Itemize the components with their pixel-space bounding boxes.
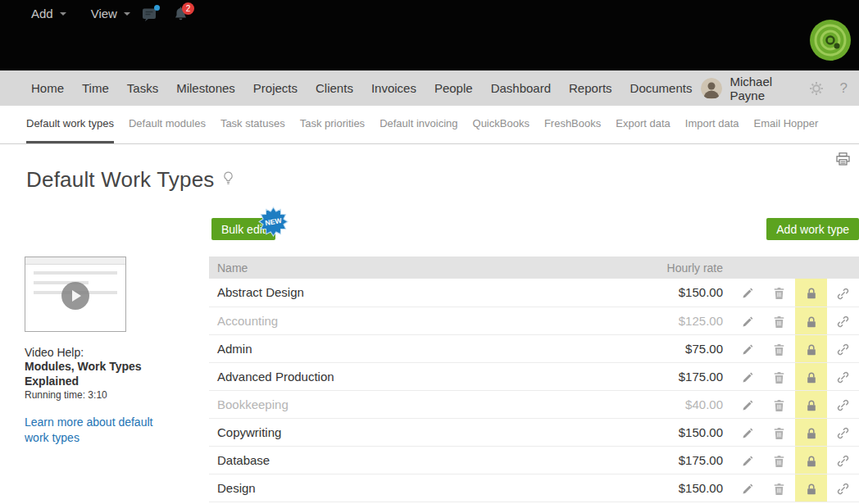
link-cell (827, 334, 859, 362)
print-icon[interactable] (836, 152, 850, 169)
help-icon[interactable]: ? (840, 80, 848, 97)
hourly-rate: $150.00 (632, 279, 731, 306)
trash-icon[interactable] (774, 288, 784, 299)
nav-item-tasks[interactable]: Tasks (118, 81, 167, 95)
tab-export-data[interactable]: Export data (616, 106, 670, 143)
tab-default-invoicing[interactable]: Default invoicing (380, 106, 457, 143)
hourly-rate: $175.00 (632, 362, 731, 390)
edit-pencil-icon[interactable] (742, 372, 753, 384)
nav-item-people[interactable]: People (425, 81, 482, 95)
tab-task-priorities[interactable]: Task priorities (300, 106, 365, 143)
delete-cell (763, 334, 795, 362)
nav-item-invoices[interactable]: Invoices (362, 81, 425, 95)
lightbulb-icon[interactable] (223, 171, 234, 189)
delete-cell (763, 390, 795, 418)
edit-pencil-icon[interactable] (742, 428, 753, 439)
nav-item-projects[interactable]: Projects (244, 81, 307, 95)
edit-pencil-icon[interactable] (742, 316, 753, 328)
link-cell (827, 306, 859, 334)
tab-task-statuses[interactable]: Task statuses (220, 106, 285, 143)
column-header-name[interactable]: Name (209, 257, 632, 279)
unread-dot (154, 5, 160, 11)
tab-freshbooks[interactable]: FreshBooks (544, 106, 601, 143)
nav-item-milestones[interactable]: Milestones (167, 81, 244, 95)
lock-icon[interactable] (807, 344, 816, 356)
tab-default-work-types[interactable]: Default work types (26, 106, 114, 143)
link-chain-icon[interactable] (837, 483, 849, 495)
notifications-bell-icon[interactable]: 2 (173, 7, 189, 26)
link-chain-icon[interactable] (837, 399, 849, 411)
edit-cell (731, 418, 763, 446)
hourly-rate: $150.00 (632, 474, 731, 502)
table-row: Copywriting $150.00 (209, 418, 859, 446)
delete-cell (763, 306, 795, 334)
nav-item-clients[interactable]: Clients (307, 81, 362, 95)
user-name[interactable]: Michael Payne (729, 75, 790, 102)
lock-icon[interactable] (807, 456, 816, 467)
column-header-hourly-rate[interactable]: Hourly rate (632, 257, 731, 279)
lock-cell (795, 418, 827, 446)
view-menu[interactable]: View (91, 7, 130, 20)
learn-more-link[interactable]: Learn more about default work types (25, 415, 168, 446)
edit-pencil-icon[interactable] (742, 484, 753, 495)
lock-icon[interactable] (807, 400, 816, 411)
lock-icon[interactable] (807, 484, 816, 495)
trash-icon[interactable] (774, 372, 784, 384)
column-header-blank (763, 257, 795, 279)
thumb-titlebar (25, 257, 125, 265)
thumb-line (34, 271, 117, 275)
edit-cell (731, 279, 763, 306)
link-chain-icon[interactable] (837, 288, 849, 300)
trash-icon[interactable] (774, 428, 784, 439)
tab-quickbooks[interactable]: QuickBooks (473, 106, 529, 143)
lock-cell (795, 474, 827, 502)
app-logo (809, 19, 852, 61)
nav-item-reports[interactable]: Reports (560, 81, 621, 95)
edit-pencil-icon[interactable] (742, 400, 753, 411)
messages-icon[interactable] (141, 7, 157, 25)
trash-icon[interactable] (774, 400, 784, 411)
table-row: Admin $75.00 (209, 334, 859, 362)
lock-cell (795, 334, 827, 362)
top-menus: Add View (31, 7, 130, 20)
tab-default-modules[interactable]: Default modules (129, 106, 206, 143)
trash-icon[interactable] (774, 344, 784, 356)
delete-cell (763, 279, 795, 306)
nav-item-dashboard[interactable]: Dashboard (482, 81, 560, 95)
video-help-heading: Video Help: (25, 346, 193, 359)
edit-pencil-icon[interactable] (742, 288, 753, 299)
lock-cell (795, 279, 827, 306)
link-chain-icon[interactable] (837, 455, 849, 467)
nav-item-home[interactable]: Home (31, 81, 73, 95)
lock-icon[interactable] (807, 428, 816, 439)
tab-email-hopper[interactable]: Email Hopper (754, 106, 819, 143)
user-avatar[interactable] (701, 78, 722, 99)
lock-icon[interactable] (807, 372, 816, 384)
edit-cell (731, 362, 763, 390)
edit-cell (731, 334, 763, 362)
play-button-icon[interactable] (61, 282, 89, 310)
video-thumbnail[interactable] (25, 257, 126, 332)
actions-row: Bulk edit NEW Add work type (211, 218, 859, 240)
edit-pencil-icon[interactable] (742, 344, 753, 356)
trash-icon[interactable] (774, 484, 784, 495)
link-cell (827, 474, 859, 502)
bulk-edit-button[interactable]: Bulk edit (211, 218, 275, 240)
nav-item-time[interactable]: Time (73, 81, 118, 95)
lock-icon[interactable] (807, 316, 816, 328)
link-chain-icon[interactable] (837, 371, 849, 384)
lock-icon[interactable] (807, 288, 816, 299)
trash-icon[interactable] (774, 316, 784, 328)
nav-item-documents[interactable]: Documents (621, 81, 702, 95)
trash-icon[interactable] (774, 456, 784, 467)
edit-pencil-icon[interactable] (742, 456, 753, 467)
caret-down-icon (124, 12, 130, 16)
add-menu[interactable]: Add (31, 7, 66, 20)
link-chain-icon[interactable] (837, 316, 849, 328)
tab-import-data[interactable]: Import data (685, 106, 739, 143)
add-work-type-button[interactable]: Add work type (766, 218, 859, 240)
page-title: Default Work Types (26, 167, 215, 193)
settings-gear-icon[interactable] (809, 81, 824, 96)
link-chain-icon[interactable] (837, 343, 849, 356)
link-chain-icon[interactable] (837, 427, 849, 439)
